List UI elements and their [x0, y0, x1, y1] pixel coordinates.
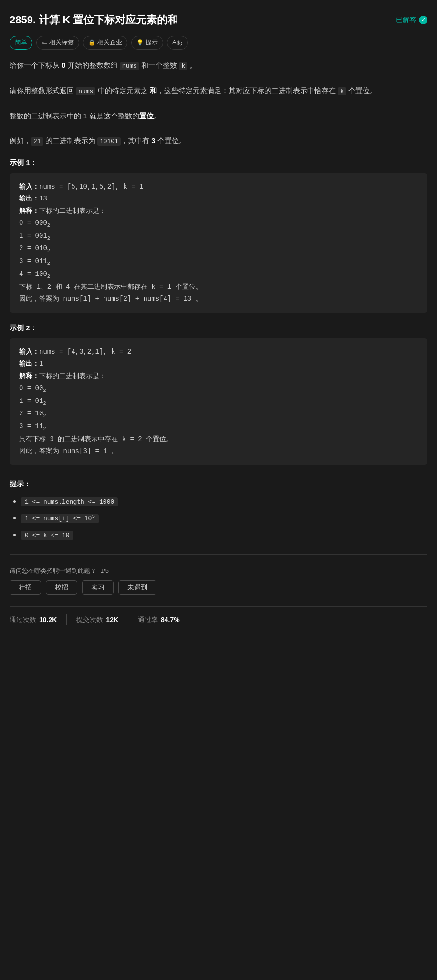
stat-rate-value: 84.7%	[161, 614, 180, 625]
stat-pass-value: 10.2K	[39, 614, 57, 625]
three-bold: 3	[151, 137, 155, 145]
explain-label-2: 解释：	[19, 372, 39, 380]
setbit-underline: 置位	[139, 112, 154, 120]
desc-para3: 整数的二进制表示中的 1 就是这个整数的置位。	[10, 110, 427, 122]
example-2-explain: 解释：下标的二进制表示是：	[19, 370, 418, 382]
output-label-2: 输出：	[19, 360, 39, 368]
survey-btn-social[interactable]: 社招	[10, 580, 41, 595]
example-1-explain: 解释：下标的二进制表示是：	[19, 205, 418, 217]
example-1-line-1: 1 = 0012	[19, 230, 418, 243]
nums-code-1: nums	[120, 62, 139, 70]
hints-section: 提示： 1 <= nums.length <= 1000 1 <= nums[i…	[10, 478, 427, 540]
example-2-input: 输入：nums = [4,3,2,1], k = 2	[19, 346, 418, 358]
example-2-line-3: 3 = 112	[19, 421, 418, 433]
divider	[10, 554, 427, 555]
binary-10101-code: 10101	[97, 137, 121, 146]
input-label-1: 输入：	[19, 183, 39, 190]
example-2-output: 输出：1	[19, 358, 418, 370]
nums-code-2: nums	[76, 87, 95, 95]
stat-submit-label: 提交次数	[76, 614, 103, 625]
example-1-line-4: 4 = 1002	[19, 268, 418, 281]
stat-rate-label: 通过率	[138, 614, 158, 625]
hint-item-3: 0 <= k <= 10	[21, 529, 427, 541]
stat-pass-label: 通过次数	[10, 614, 36, 625]
hint-list: 1 <= nums.length <= 1000 1 <= nums[i] <=…	[10, 495, 427, 540]
example-1-input: 输入：nums = [5,10,1,5,2], k = 1	[19, 181, 418, 193]
example-1-line-0: 0 = 0002	[19, 217, 418, 230]
stat-pass-rate: 通过率 84.7%	[128, 614, 189, 625]
hint-code-3: 0 <= k <= 10	[21, 531, 73, 540]
example-2-title: 示例 2：	[10, 322, 427, 334]
survey-question: 请问您在哪类招聘中遇到此题？ 1/5	[10, 566, 427, 576]
example-1-extra2: 因此，答案为 nums[1] + nums[2] + nums[4] = 13 …	[19, 293, 418, 305]
font-label: Aあ	[172, 38, 183, 48]
tag-row: 简单 🏷 相关标签 🔒 相关企业 💡 提示 Aあ	[10, 36, 427, 50]
explain-label-1: 解释：	[19, 207, 39, 215]
hint-item-1: 1 <= nums.length <= 1000	[21, 495, 427, 507]
problem-description: 给你一个下标从 0 开始的整数数组 nums 和一个整数 k 。 请你用整数形式…	[10, 59, 427, 148]
solved-check-icon: ✓	[419, 16, 427, 24]
num-21-code: 21	[31, 137, 43, 146]
output-label-1: 输出：	[19, 195, 39, 202]
example-2-section: 示例 2： 输入：nums = [4,3,2,1], k = 2 输出：1 解释…	[10, 322, 427, 465]
sum-bold: 和	[150, 86, 157, 95]
page-container: 2859. 计算 K 置位下标对应元素的和 已解答 ✓ 简单 🏷 相关标签 🔒 …	[0, 0, 437, 635]
stat-submit-count: 提交次数 12K	[66, 614, 128, 625]
desc-para2: 请你用整数形式返回 nums 中的特定元素之 和，这些特定元素满足：其对应下标的…	[10, 84, 427, 97]
k-code-1: k	[179, 62, 187, 70]
solved-label: 已解答	[396, 14, 416, 25]
example-2-line-2: 2 = 102	[19, 408, 418, 421]
tag-hint-label: 提示	[146, 38, 158, 48]
example-1-title: 示例 1：	[10, 157, 427, 169]
hint-code-2: 1 <= nums[i] <= 105	[21, 514, 99, 523]
example-1-section: 示例 1： 输入：nums = [5,10,1,5,2], k = 1 输出：1…	[10, 157, 427, 313]
tag-hint[interactable]: 💡 提示	[131, 36, 163, 50]
tag-related-tags[interactable]: 🏷 相关标签	[36, 36, 79, 50]
tag-label: 相关标签	[49, 38, 74, 48]
lock-icon: 🔒	[88, 38, 95, 47]
tag-difficulty[interactable]: 简单	[10, 36, 32, 50]
example-2-extra2: 因此，答案为 nums[3] = 1 。	[19, 445, 418, 457]
survey-btn-none[interactable]: 未遇到	[118, 580, 156, 595]
example-1-box: 输入：nums = [5,10,1,5,2], k = 1 输出：13 解释：下…	[10, 173, 427, 313]
survey-buttons: 社招 校招 实习 未遇到	[10, 580, 427, 595]
tag-font[interactable]: Aあ	[167, 36, 188, 50]
example-2-extra1: 只有下标 3 的二进制表示中存在 k = 2 个置位。	[19, 433, 418, 445]
hint-icon: 💡	[136, 38, 144, 47]
stats-bar: 通过次数 10.2K 提交次数 12K 通过率 84.7%	[10, 606, 427, 625]
input-label-2: 输入：	[19, 348, 39, 356]
stat-pass-count: 通过次数 10.2K	[10, 614, 66, 625]
zero-based-text: 0	[62, 61, 65, 69]
tag-related-company[interactable]: 🔒 相关企业	[83, 36, 127, 50]
k-code-2: k	[338, 87, 346, 95]
solved-badge: 已解答 ✓	[396, 14, 427, 25]
example-1-line-3: 3 = 0112	[19, 255, 418, 268]
example-1-extra1: 下标 1、2 和 4 在其二进制表示中都存在 k = 1 个置位。	[19, 281, 418, 293]
example-2-line-0: 0 = 002	[19, 382, 418, 395]
desc-para4: 例如，21 的二进制表示为 10101，其中有 3 个置位。	[10, 135, 427, 148]
hints-title: 提示：	[10, 478, 427, 490]
survey-section: 请问您在哪类招聘中遇到此题？ 1/5 社招 校招 实习 未遇到	[10, 566, 427, 595]
survey-question-text: 请问您在哪类招聘中遇到此题？	[10, 566, 96, 576]
example-2-box: 输入：nums = [4,3,2,1], k = 2 输出：1 解释：下标的二进…	[10, 338, 427, 465]
desc-para1: 给你一个下标从 0 开始的整数数组 nums 和一个整数 k 。	[10, 59, 427, 72]
tag-company-label: 相关企业	[97, 38, 122, 48]
problem-title: 2859. 计算 K 置位下标对应元素的和	[10, 11, 178, 28]
hint-code-1: 1 <= nums.length <= 1000	[21, 497, 118, 506]
stat-submit-value: 12K	[106, 614, 118, 625]
header-row: 2859. 计算 K 置位下标对应元素的和 已解答 ✓	[10, 11, 427, 28]
survey-btn-campus[interactable]: 校招	[46, 580, 77, 595]
survey-btn-intern[interactable]: 实习	[82, 580, 114, 595]
survey-count: 1/5	[100, 566, 109, 576]
example-1-line-2: 2 = 0102	[19, 242, 418, 255]
hint-item-2: 1 <= nums[i] <= 105	[21, 512, 427, 524]
example-2-line-1: 1 = 012	[19, 395, 418, 408]
example-1-output: 输出：13	[19, 193, 418, 205]
tag-icon: 🏷	[42, 38, 47, 47]
